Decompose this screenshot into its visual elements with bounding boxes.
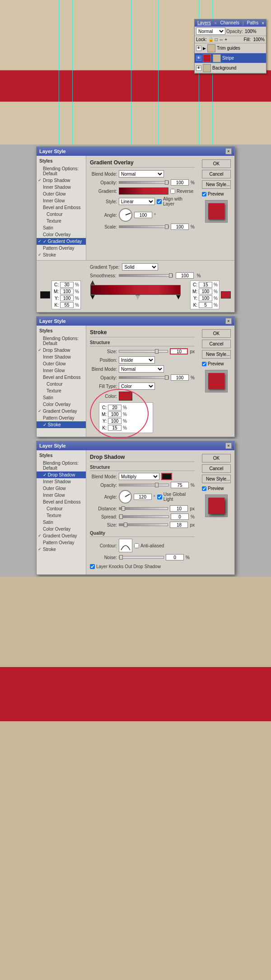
ds-distance-slider[interactable] <box>119 507 168 510</box>
cmyk-k-right[interactable] <box>199 302 212 308</box>
ds-opacity-input[interactable] <box>171 482 189 488</box>
stroke-opacity-thumb[interactable] <box>165 375 168 380</box>
stroke-sidebar-inner-shadow[interactable]: Inner Shadow <box>37 354 86 360</box>
ds-anti-alias-checkbox[interactable] <box>134 543 139 548</box>
scale-slider[interactable] <box>119 225 169 228</box>
ds-size-input[interactable] <box>170 522 188 528</box>
ds-sidebar-bevel-emboss[interactable]: Bevel and Emboss <box>37 499 86 505</box>
new-style-button-stroke[interactable]: New Style... <box>202 350 231 359</box>
layer-visibility-stripe[interactable]: 👁 <box>196 56 201 61</box>
opacity-thumb[interactable] <box>165 180 168 185</box>
ds-layer-knocks-checkbox[interactable] <box>90 564 95 569</box>
ds-size-slider[interactable] <box>119 523 168 526</box>
sidebar-item-satin[interactable]: Satin <box>37 224 86 231</box>
ds-spread-input[interactable] <box>171 513 189 520</box>
stroke-sidebar-color-overlay[interactable]: Color Overlay <box>37 401 86 408</box>
stroke-sidebar-drop-shadow[interactable]: Drop Shadow <box>37 347 86 354</box>
layer-row-trim-guides[interactable]: 👁 ▶ Trim guides <box>195 43 266 53</box>
cmyk-m-right[interactable] <box>199 289 212 294</box>
ds-shadow-color-swatch[interactable] <box>161 473 172 480</box>
stroke-blend-select[interactable]: Normal <box>119 365 164 373</box>
stroke-cmyk-c[interactable] <box>108 405 121 411</box>
stroke-sidebar-outer-glow[interactable]: Outer Glow <box>37 360 86 367</box>
ds-distance-thumb[interactable] <box>121 506 125 511</box>
opacity-slider[interactable] <box>119 181 169 184</box>
blend-mode-select-go[interactable]: Normal <box>119 170 164 177</box>
ds-sidebar-texture[interactable]: Texture <box>37 512 86 519</box>
tab-paths[interactable]: Paths <box>246 20 260 26</box>
ds-spread-thumb[interactable] <box>119 514 123 519</box>
layers-tabs[interactable]: Layers × Channels | Paths <box>196 20 259 26</box>
ok-button-stroke[interactable]: OK <box>202 329 231 338</box>
cancel-button-go[interactable]: Cancel <box>202 170 231 178</box>
stroke-sidebar-bevel-emboss[interactable]: Bevel and Emboss <box>37 374 86 381</box>
stroke-sidebar-blending[interactable]: Blending Options: Default <box>37 335 86 347</box>
ds-spread-slider[interactable] <box>119 515 169 518</box>
layer-row-stripe[interactable]: 👁 Stripe <box>195 53 266 63</box>
cmyk-c-left[interactable] <box>60 282 74 288</box>
angle-dial[interactable] <box>119 208 132 222</box>
gradient-type-select[interactable]: Solid <box>122 263 158 271</box>
angle-input[interactable] <box>134 212 152 218</box>
stroke-fill-type-select[interactable]: Color <box>119 383 155 390</box>
ds-blend-select[interactable]: Multiply <box>119 473 159 480</box>
ds-sidebar-drop-shadow[interactable]: ✓ Drop Shadow <box>37 471 86 478</box>
stroke-opacity-input[interactable] <box>171 374 189 381</box>
ds-sidebar-outer-glow[interactable]: Outer Glow <box>37 485 86 492</box>
layer-visibility-trim[interactable]: 👁 <box>196 46 201 51</box>
scale-thumb[interactable] <box>165 224 168 229</box>
stroke-dialog-close[interactable]: × <box>225 318 232 324</box>
gradient-stop-1[interactable] <box>90 280 95 285</box>
layers-close-btn[interactable]: × <box>262 21 264 26</box>
tab-channels[interactable]: Channels <box>219 20 240 26</box>
sidebar-item-blending-options[interactable]: Blending Options: Default <box>37 165 86 177</box>
ds-sidebar-inner-shadow[interactable]: Inner Shadow <box>37 478 86 485</box>
preview-checkbox-ds[interactable] <box>202 486 206 491</box>
stroke-color-swatch[interactable] <box>119 392 132 401</box>
smoothness-slider[interactable] <box>119 274 173 277</box>
stroke-sidebar-pattern-overlay[interactable]: Pattern Overlay <box>37 415 86 421</box>
ds-noise-thumb[interactable] <box>119 555 123 560</box>
ds-size-thumb[interactable] <box>124 523 127 527</box>
ds-noise-input[interactable] <box>166 554 184 560</box>
cmyk-k-left[interactable] <box>60 302 74 308</box>
left-color-swatch[interactable] <box>40 291 50 299</box>
gradient-stop-left-bottom[interactable] <box>90 295 95 299</box>
smoothness-thumb[interactable] <box>169 273 173 278</box>
cmyk-m-left[interactable] <box>60 289 74 294</box>
sidebar-item-stroke[interactable]: Stroke <box>37 252 86 258</box>
scale-input[interactable] <box>171 224 189 230</box>
sidebar-item-bevel-emboss[interactable]: Bevel and Emboss <box>37 204 86 211</box>
gradient-preview[interactable] <box>119 187 168 195</box>
drop-shadow-dialog-close[interactable]: × <box>225 443 232 449</box>
ds-opacity-thumb[interactable] <box>155 483 159 487</box>
ds-sidebar-gradient-overlay[interactable]: Gradient Overlay <box>37 532 86 539</box>
stroke-position-select[interactable]: Inside <box>119 356 155 364</box>
ds-sidebar-inner-glow[interactable]: Inner Glow <box>37 492 86 499</box>
stroke-cmyk-k[interactable] <box>108 425 121 431</box>
smoothness-input[interactable] <box>176 272 194 279</box>
gradient-stop-mid-bottom[interactable] <box>136 295 140 299</box>
ds-noise-slider[interactable] <box>119 556 164 559</box>
ds-sidebar-blending[interactable]: Blending Options: Default <box>37 460 86 471</box>
style-select[interactable]: Linear <box>119 198 155 205</box>
gradient-stop-right-bottom[interactable] <box>176 295 181 299</box>
cancel-button-stroke[interactable]: Cancel <box>202 340 231 348</box>
stroke-sidebar-satin[interactable]: Satin <box>37 394 86 401</box>
new-style-button-ds[interactable]: New Style... <box>202 475 231 483</box>
stroke-size-slider[interactable] <box>119 350 168 353</box>
stroke-sidebar-gradient-overlay[interactable]: Gradient Overlay <box>37 408 86 415</box>
cmyk-y-left[interactable] <box>60 295 74 301</box>
right-color-swatch[interactable] <box>221 291 231 299</box>
sidebar-item-texture[interactable]: Texture <box>37 218 86 224</box>
ds-sidebar-satin[interactable]: Satin <box>37 519 86 526</box>
ds-global-light-checkbox[interactable] <box>157 495 162 499</box>
sidebar-item-pattern-overlay[interactable]: Pattern Overlay <box>37 245 86 252</box>
cancel-button-ds[interactable]: Cancel <box>202 464 231 473</box>
gradient-dialog-close[interactable]: × <box>225 148 232 154</box>
sidebar-item-color-overlay[interactable]: Color Overlay <box>37 231 86 238</box>
layer-visibility-bg[interactable]: 👁 <box>196 65 201 71</box>
gradient-bar[interactable] <box>90 285 181 295</box>
stroke-sidebar-texture[interactable]: Texture <box>37 387 86 394</box>
sidebar-item-drop-shadow[interactable]: Drop Shadow <box>37 177 86 184</box>
